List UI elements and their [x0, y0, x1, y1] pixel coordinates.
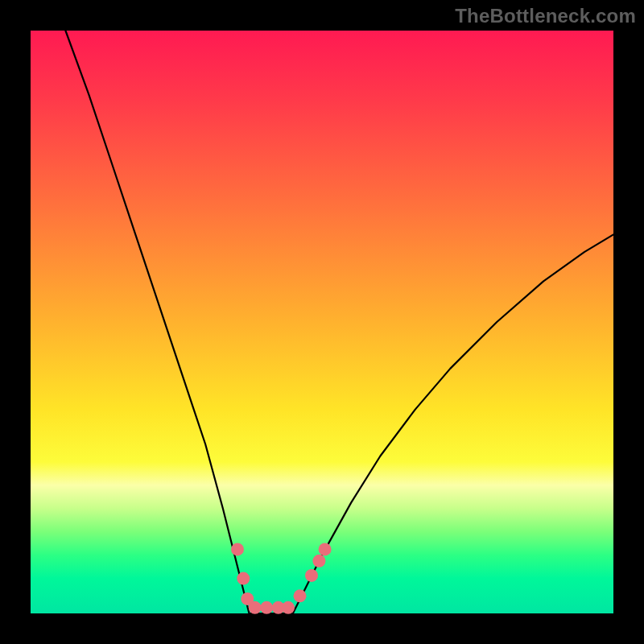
- bottleneck-curve: [65, 31, 613, 613]
- plot-area: [31, 31, 613, 613]
- watermark-text: TheBottleneck.com: [455, 5, 636, 27]
- marker-dot: [319, 543, 332, 555]
- marker-dot: [260, 601, 273, 614]
- marker-dot: [294, 589, 307, 602]
- marker-dot: [231, 543, 244, 555]
- marker-dot: [249, 601, 262, 614]
- marker-dots: [231, 543, 332, 613]
- curve-lines: [65, 31, 613, 613]
- marker-dot: [237, 572, 250, 585]
- curve-svg: [31, 31, 613, 613]
- chart-frame: TheBottleneck.com: [0, 0, 644, 644]
- marker-dot: [282, 601, 295, 614]
- marker-dot: [312, 555, 325, 568]
- marker-dot: [305, 569, 318, 582]
